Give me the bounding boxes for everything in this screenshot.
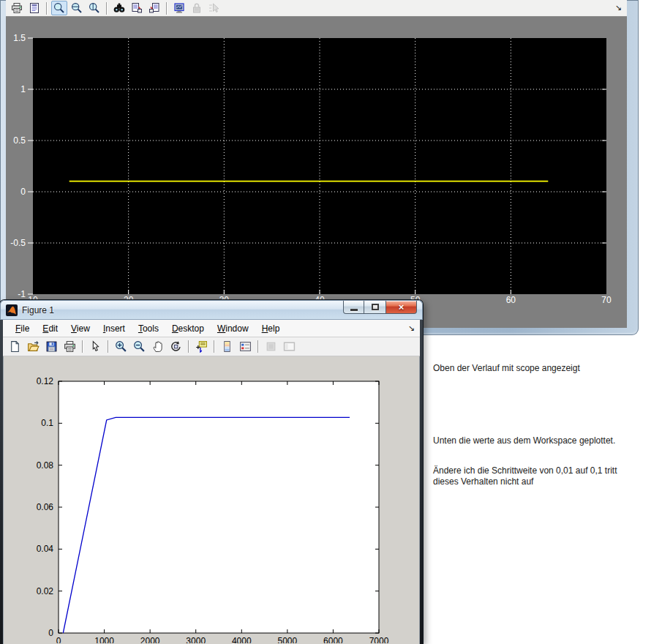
floating-scope-icon	[173, 2, 185, 14]
lock-axes-icon	[191, 2, 203, 14]
open-file-button[interactable]	[25, 339, 42, 355]
zoom-y-icon	[89, 2, 100, 14]
desktop: Oben der Verlauf mit scope angezeigt Unt…	[0, 0, 662, 644]
maximize-button[interactable]	[364, 301, 385, 314]
data-cursor-button[interactable]	[193, 339, 210, 355]
x-tick-label: 2000	[140, 636, 160, 643]
toolbar-separator	[188, 340, 189, 353]
save-axes-button[interactable]	[129, 1, 145, 15]
pan-button[interactable]	[149, 339, 166, 355]
menu-file[interactable]: File	[9, 321, 36, 336]
menu-insert[interactable]: Insert	[97, 321, 132, 336]
new-figure-icon	[9, 340, 21, 353]
print-figure-button[interactable]	[61, 339, 78, 355]
open-file-icon	[27, 340, 40, 353]
figure-client-area: 00.020.040.060.080.10.120100020003000400…	[3, 356, 420, 644]
hide-plot-tools-button	[263, 339, 279, 355]
menu-view[interactable]: View	[64, 321, 97, 336]
dock-arrow-icon[interactable]: ↘	[615, 2, 622, 12]
zoom-y-button[interactable]	[86, 1, 102, 15]
show-plot-tools-button	[281, 339, 298, 355]
toolbar-separator	[257, 340, 259, 353]
hide-plot-tools-icon	[265, 340, 277, 353]
data-cursor-icon	[195, 340, 208, 353]
print-figure-icon	[64, 340, 76, 353]
y-tick-label: -1	[18, 289, 26, 299]
autoscale-icon	[113, 2, 125, 14]
y-tick-label: 0.04	[37, 544, 54, 554]
print-icon	[11, 2, 23, 14]
y-tick-label: 0	[20, 187, 26, 197]
figure-body: FileEditViewInsertToolsDesktopWindowHelp…	[3, 320, 420, 644]
scope-toolbar: ↘	[6, 0, 627, 17]
window-controls: ×	[343, 301, 417, 314]
x-tick-label: 3000	[186, 636, 206, 643]
y-tick-label: 0.12	[37, 376, 54, 386]
toolbar-separator	[82, 340, 83, 353]
figure-plot-area[interactable]	[59, 381, 379, 633]
y-tick-label: 1.5	[13, 33, 26, 43]
restore-axes-button[interactable]	[146, 1, 162, 15]
annotation-workspace: Unten die werte aus dem Workspace geplot…	[433, 435, 660, 446]
new-figure-button[interactable]	[7, 339, 23, 355]
menu-window[interactable]: Window	[211, 321, 255, 336]
zoom-out-icon	[133, 340, 146, 353]
matlab-icon	[6, 304, 18, 316]
close-button[interactable]: ×	[385, 301, 417, 314]
menu-tools[interactable]: Tools	[132, 321, 165, 336]
dock-arrow-icon[interactable]: ↘	[408, 323, 415, 333]
zoom-button[interactable]	[51, 1, 67, 15]
y-tick-label: 1	[20, 84, 26, 94]
y-tick-label: -0.5	[10, 238, 26, 248]
signal-selection-button	[206, 1, 222, 15]
edit-plot-button[interactable]	[87, 339, 104, 355]
x-tick-label: 70	[601, 295, 612, 305]
scope-toolbar-buttons	[8, 1, 223, 15]
y-tick-label: 0.08	[37, 460, 54, 471]
scope-window-inner: ↘ -1-0.500.511.510203040506070	[6, 0, 627, 328]
y-tick-label: 0.1	[41, 418, 53, 428]
edit-plot-icon	[89, 340, 102, 353]
close-icon: ×	[399, 302, 405, 313]
zoom-in-icon	[115, 340, 127, 353]
menu-help[interactable]: Help	[255, 321, 287, 336]
parameters-button[interactable]	[26, 1, 42, 15]
toolbar-separator	[106, 2, 108, 15]
x-tick-label: 6000	[323, 636, 343, 643]
minimize-button[interactable]	[343, 301, 364, 314]
print-button[interactable]	[9, 1, 25, 15]
window-title: Figure 1	[22, 305, 54, 315]
rotate-3d-icon	[170, 340, 182, 353]
lock-axes-button	[189, 1, 205, 15]
toolbar-separator	[214, 340, 215, 353]
save-figure-button[interactable]	[43, 339, 60, 355]
zoom-icon	[53, 2, 65, 14]
signal-selection-icon	[208, 2, 220, 14]
menu-desktop[interactable]: Desktop	[165, 321, 211, 336]
autoscale-button[interactable]	[111, 1, 127, 15]
menu-edit[interactable]: Edit	[36, 321, 64, 336]
x-tick-label: 7000	[369, 636, 389, 643]
annotation-stepsize: Ändere ich die Schrittweite von 0,01 auf…	[433, 465, 660, 487]
y-tick-label: 0.06	[37, 502, 54, 512]
toolbar-separator	[108, 340, 109, 353]
parameters-icon	[29, 2, 40, 14]
figure-titlebar[interactable]: Figure 1 ×	[0, 300, 423, 320]
zoom-out-button[interactable]	[131, 339, 148, 355]
show-plot-tools-icon	[283, 340, 296, 353]
save-axes-icon	[131, 2, 143, 14]
insert-legend-button[interactable]	[237, 339, 254, 355]
insert-colorbar-button[interactable]	[219, 339, 236, 355]
figure-chart-svg: 00.020.040.060.080.10.120100020003000400…	[3, 356, 420, 643]
rotate-3d-button[interactable]	[168, 339, 184, 355]
restore-axes-icon	[148, 2, 160, 14]
zoom-x-icon	[71, 2, 83, 14]
x-tick-label: 60	[506, 295, 516, 305]
zoom-in-button[interactable]	[113, 339, 129, 355]
y-tick-label: 0.02	[37, 586, 54, 596]
figure-window: Figure 1 × FileEditViewInsertToolsDeskto…	[0, 300, 423, 644]
menu-bar: FileEditViewInsertToolsDesktopWindowHelp…	[3, 320, 420, 337]
figure-toolbar	[3, 337, 420, 356]
zoom-x-button[interactable]	[69, 1, 85, 15]
floating-scope-button[interactable]	[171, 1, 187, 15]
